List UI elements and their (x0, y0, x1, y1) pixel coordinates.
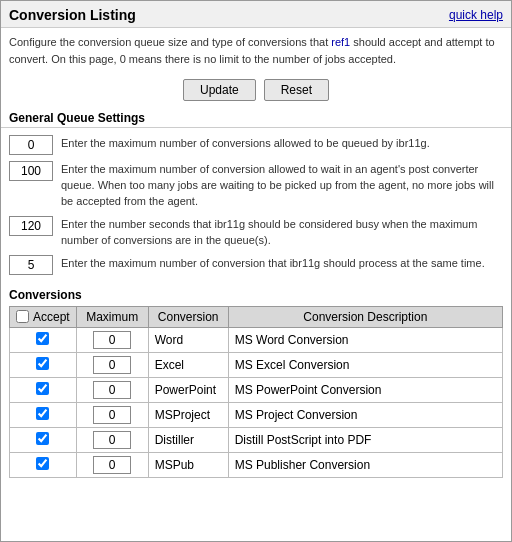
conversion-desc-3: MS Project Conversion (228, 402, 502, 427)
accept-checkbox-0[interactable] (36, 332, 49, 345)
conversion-name-5: MSPub (148, 452, 228, 477)
queue-row-0: Enter the maximum number of conversions … (9, 132, 503, 158)
queue-input-2[interactable] (9, 216, 53, 236)
conversion-desc-2: MS PowerPoint Conversion (228, 377, 502, 402)
table-row: ExcelMS Excel Conversion (10, 352, 503, 377)
table-row: DistillerDistill PostScript into PDF (10, 427, 503, 452)
max-cell-4 (76, 427, 148, 452)
max-cell-2 (76, 377, 148, 402)
queue-row-2: Enter the number seconds that ibr11g sho… (9, 213, 503, 252)
quick-help-link[interactable]: quick help (449, 8, 503, 22)
general-queue-title: General Queue Settings (1, 107, 511, 128)
conversion-name-0: Word (148, 327, 228, 352)
table-row: WordMS Word Conversion (10, 327, 503, 352)
conversion-name-2: PowerPoint (148, 377, 228, 402)
accept-cell-4 (10, 427, 77, 452)
accept-cell-0 (10, 327, 77, 352)
queue-desc-1: Enter the maximum number of conversion a… (61, 161, 503, 210)
update-button[interactable]: Update (183, 79, 256, 101)
queue-desc-2: Enter the number seconds that ibr11g sho… (61, 216, 503, 249)
max-cell-5 (76, 452, 148, 477)
conversion-name-1: Excel (148, 352, 228, 377)
max-input-5[interactable] (93, 456, 131, 474)
accept-cell-5 (10, 452, 77, 477)
queue-input-3[interactable] (9, 255, 53, 275)
conversions-section: Conversions Accept Maximum Conversion Co… (1, 282, 511, 478)
queue-row-1: Enter the maximum number of conversion a… (9, 158, 503, 213)
th-maximum: Maximum (76, 306, 148, 327)
max-cell-3 (76, 402, 148, 427)
max-input-4[interactable] (93, 431, 131, 449)
accept-checkbox-3[interactable] (36, 407, 49, 420)
queue-desc-0: Enter the maximum number of conversions … (61, 135, 430, 152)
table-row: MSProjectMS Project Conversion (10, 402, 503, 427)
conversion-desc-0: MS Word Conversion (228, 327, 502, 352)
max-input-0[interactable] (93, 331, 131, 349)
conversions-table: Accept Maximum Conversion Conversion Des… (9, 306, 503, 478)
reset-button[interactable]: Reset (264, 79, 329, 101)
max-input-2[interactable] (93, 381, 131, 399)
page-header: Conversion Listing quick help (1, 1, 511, 28)
ref-link[interactable]: ref1 (331, 36, 350, 48)
accept-checkbox-5[interactable] (36, 457, 49, 470)
header-checkbox[interactable] (16, 310, 29, 323)
th-conversion: Conversion (148, 306, 228, 327)
queue-input-0[interactable] (9, 135, 53, 155)
conversion-name-3: MSProject (148, 402, 228, 427)
accept-checkbox-1[interactable] (36, 357, 49, 370)
accept-checkbox-2[interactable] (36, 382, 49, 395)
queue-desc-3: Enter the maximum number of conversion t… (61, 255, 485, 272)
th-accept: Accept (10, 306, 77, 327)
th-accept-label: Accept (33, 310, 70, 324)
conversion-name-4: Distiller (148, 427, 228, 452)
page-title: Conversion Listing (9, 7, 136, 23)
accept-cell-3 (10, 402, 77, 427)
max-input-3[interactable] (93, 406, 131, 424)
queue-row-3: Enter the maximum number of conversion t… (9, 252, 503, 278)
th-description: Conversion Description (228, 306, 502, 327)
table-row: MSPubMS Publisher Conversion (10, 452, 503, 477)
max-input-1[interactable] (93, 356, 131, 374)
table-header-row: Accept Maximum Conversion Conversion Des… (10, 306, 503, 327)
queue-input-1[interactable] (9, 161, 53, 181)
conversion-desc-1: MS Excel Conversion (228, 352, 502, 377)
conversion-desc-5: MS Publisher Conversion (228, 452, 502, 477)
conversion-desc-4: Distill PostScript into PDF (228, 427, 502, 452)
accept-cell-2 (10, 377, 77, 402)
action-buttons: Update Reset (1, 73, 511, 107)
queue-settings: Enter the maximum number of conversions … (1, 128, 511, 282)
max-cell-1 (76, 352, 148, 377)
table-row: PowerPointMS PowerPoint Conversion (10, 377, 503, 402)
conversions-title: Conversions (9, 286, 503, 306)
accept-cell-1 (10, 352, 77, 377)
max-cell-0 (76, 327, 148, 352)
accept-checkbox-4[interactable] (36, 432, 49, 445)
page-description: Configure the conversion queue size and … (1, 28, 511, 73)
